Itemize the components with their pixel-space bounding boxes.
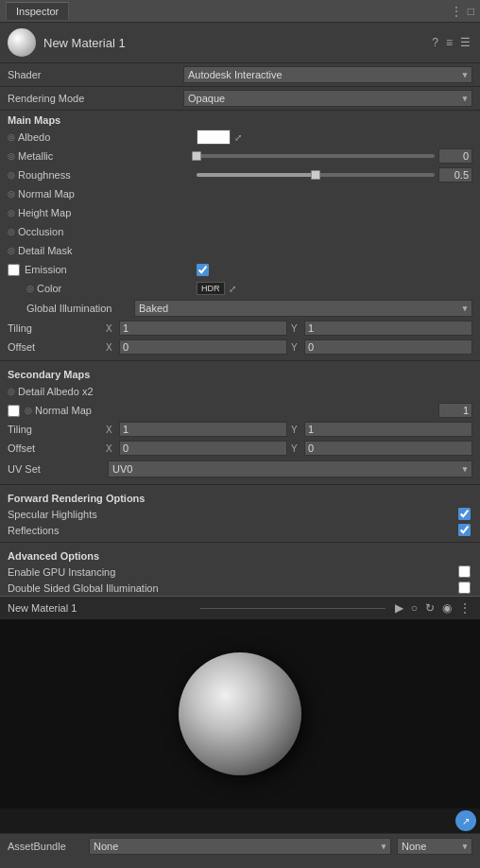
metallic-label: ◎ Metallic — [8, 150, 197, 162]
preview-circle-icon[interactable]: ○ — [409, 600, 420, 616]
secondary-tiling-x-field: X — [106, 422, 287, 437]
material-sphere-preview — [179, 652, 301, 775]
secondary-offset-y-input[interactable] — [304, 441, 472, 456]
offset-x-input[interactable] — [119, 339, 287, 355]
secondary-tiling-x-label: X — [106, 425, 117, 435]
shader-dropdown[interactable]: Autodesk Interactive — [183, 66, 472, 83]
albedo-control: ⤢ — [197, 130, 472, 145]
reflections-checkbox[interactable] — [458, 524, 471, 536]
divider-3 — [0, 542, 480, 543]
double-sided-gi-label: Double Sided Global Illumination — [8, 582, 453, 594]
reflections-label: Reflections — [8, 525, 453, 536]
lock-icon[interactable]: ⋮ — [451, 5, 462, 18]
secondary-normal-map-label: ◎ Normal Map — [8, 405, 197, 417]
preview-play-icon[interactable]: ▶ — [393, 600, 405, 616]
assetbundle-dropdown-1[interactable]: None — [89, 838, 391, 855]
secondary-normal-map-row: ◎ Normal Map — [0, 401, 480, 420]
detail-albedo-row: ◎ Detail Albedo x2 — [0, 382, 480, 401]
uv-set-row: UV Set UV0 ▼ — [0, 458, 480, 480]
preview-info-button[interactable]: ↗ — [455, 810, 476, 831]
double-sided-gi-checkbox[interactable] — [458, 582, 471, 594]
material-preview-icon — [8, 28, 36, 57]
albedo-color-swatch[interactable] — [197, 130, 231, 145]
preview-bottom-bar: ↗ — [0, 808, 480, 833]
secondary-normal-map-value-input[interactable] — [438, 403, 472, 418]
metallic-slider-thumb[interactable] — [192, 151, 201, 161]
secondary-offset-x-label: X — [106, 443, 117, 454]
secondary-offset-x-input[interactable] — [119, 441, 287, 456]
preview-refresh-icon[interactable]: ↻ — [423, 600, 437, 616]
secondary-maps-header: Secondary Maps — [0, 365, 480, 382]
inspector-body: New Material 1 ? ≡ ☰ Shader Autodesk Int… — [0, 23, 480, 596]
albedo-eye-icon: ◎ — [8, 132, 15, 142]
offset-label: Offset — [8, 341, 102, 353]
emission-label: Emission — [8, 264, 197, 276]
tiling-y-input[interactable] — [304, 321, 472, 336]
secondary-normal-map-checkbox[interactable] — [8, 405, 20, 417]
emission-row: Emission — [0, 260, 480, 279]
gi-dropdown-wrapper: Baked ▼ — [134, 300, 472, 317]
roughness-slider-thumb[interactable] — [311, 170, 320, 180]
roughness-label: ◎ Roughness — [8, 169, 197, 181]
roughness-row: ◎ Roughness — [0, 165, 480, 184]
detail-mask-eye-icon: ◎ — [8, 246, 15, 255]
occlusion-eye-icon: ◎ — [8, 227, 15, 236]
secondary-offset-x-field: X — [106, 441, 287, 456]
reflections-row: Reflections — [0, 522, 480, 538]
occlusion-row: ◎ Occlusion — [0, 222, 480, 241]
preview-header: New Material 1 ▶ ○ ↻ ◉ ⋮ — [0, 596, 480, 619]
divider-2 — [0, 484, 480, 485]
preview-view-icon[interactable]: ◉ — [440, 600, 454, 616]
settings-icon[interactable]: ≡ — [444, 35, 454, 50]
advanced-options-header: Advanced Options — [0, 547, 480, 564]
normal-map-eye-icon: ◎ — [8, 189, 15, 199]
secondary-tiling-x-input[interactable] — [119, 422, 287, 437]
offset-y-label: Y — [291, 342, 302, 353]
emission-control — [197, 264, 472, 276]
assetbundle-dropdown-2-wrapper: None ▼ — [397, 838, 472, 855]
tiling-x-input[interactable] — [119, 321, 287, 336]
preview-divider-line — [200, 608, 386, 609]
roughness-eye-icon: ◎ — [8, 170, 15, 180]
metallic-row: ◎ Metallic — [0, 147, 480, 165]
gpu-instancing-checkbox[interactable] — [458, 565, 471, 578]
emission-checkbox[interactable] — [8, 264, 20, 276]
material-name: New Material 1 — [43, 36, 422, 50]
roughness-value-input[interactable] — [438, 167, 472, 182]
secondary-tiling-y-field: Y — [291, 422, 472, 437]
main-maps-header: Main Maps — [0, 111, 480, 128]
offset-x-label: X — [106, 342, 117, 353]
rendering-mode-label: Rendering Mode — [8, 93, 178, 104]
secondary-tiling-y-input[interactable] — [304, 422, 472, 437]
secondary-tiling-label: Tiling — [8, 424, 102, 435]
offset-y-input[interactable] — [304, 339, 472, 355]
occlusion-label: ◎ Occlusion — [8, 226, 197, 237]
metallic-slider-container — [197, 154, 435, 158]
assetbundle-dropdown-2[interactable]: None — [397, 838, 472, 855]
secondary-offset-y-field: Y — [291, 441, 472, 456]
inspector-tab[interactable]: Inspector — [6, 2, 69, 20]
height-map-row: ◎ Height Map — [0, 203, 480, 222]
metallic-value-input[interactable] — [438, 148, 472, 164]
preview-section: New Material 1 ▶ ○ ↻ ◉ ⋮ ↗ — [0, 596, 480, 833]
title-bar-icons: ⋮ □ — [451, 5, 474, 18]
help-icon[interactable]: ? — [430, 35, 440, 50]
roughness-control — [197, 167, 472, 182]
shader-label: Shader — [8, 69, 178, 80]
specular-highlights-checkbox[interactable] — [458, 508, 471, 520]
gi-dropdown[interactable]: Baked — [134, 300, 472, 317]
emission-expand-icon[interactable]: ⤢ — [229, 284, 236, 294]
menu-icon[interactable]: ☰ — [458, 35, 472, 50]
rendering-mode-dropdown[interactable]: Opaque — [183, 90, 472, 107]
inspector-tab-label: Inspector — [16, 6, 59, 17]
preview-more-icon[interactable]: ⋮ — [457, 600, 472, 616]
uv-set-dropdown[interactable]: UV0 — [108, 460, 472, 477]
emission-enabled-checkbox[interactable] — [197, 264, 209, 276]
tiling-xy: X Y — [106, 321, 472, 336]
specular-highlights-label: Specular Highlights — [8, 509, 453, 520]
gpu-instancing-label: Enable GPU Instancing — [8, 566, 453, 578]
detail-mask-label: ◎ Detail Mask — [8, 245, 197, 256]
albedo-expand-icon[interactable]: ⤢ — [234, 132, 242, 143]
window-icon[interactable]: □ — [468, 5, 474, 18]
metallic-eye-icon: ◎ — [8, 151, 15, 161]
